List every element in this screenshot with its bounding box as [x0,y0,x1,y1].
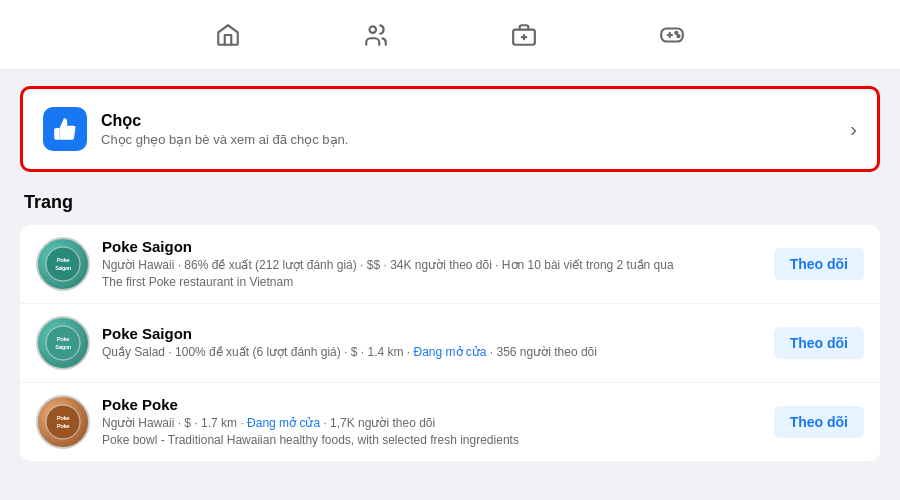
poke-poke-logo: Poke Poke [45,404,81,440]
svg-point-15 [46,405,80,439]
svg-text:Poke: Poke [57,257,71,263]
theo-doi-button-2[interactable]: Theo dõi [774,327,864,359]
trang-section-title: Trang [20,192,880,213]
choc-icon [43,107,87,151]
page-name: Poke Saigon [102,238,762,255]
theo-doi-button-1[interactable]: Theo dõi [774,248,864,280]
svg-text:Saigon: Saigon [55,344,71,350]
page-info: Poke Saigon Quầy Salad · 100% đề xuất (6… [102,325,762,361]
theo-doi-button-3[interactable]: Theo dõi [774,406,864,438]
choc-left: Chọc Chọc ghẹo bạn bè và xem ai đã chọc … [43,107,348,151]
svg-text:Poke: Poke [57,415,71,421]
choc-subtitle: Chọc ghẹo bạn bè và xem ai đã chọc bạn. [101,132,348,147]
open-status: Đang mở cửa [247,416,320,430]
choc-title: Chọc [101,111,348,130]
page-meta: Quầy Salad · 100% đề xuất (6 lượt đánh g… [102,344,762,361]
choc-text: Chọc Chọc ghẹo bạn bè và xem ai đã chọc … [101,111,348,147]
svg-point-12 [46,326,80,360]
page-item: Poke Poke Poke Poke Người Hawaii · $ · 1… [20,383,880,461]
svg-text:Poke: Poke [57,336,71,342]
choc-box[interactable]: Chọc Chọc ghẹo bạn bè và xem ai đã chọc … [20,86,880,172]
page-list: Poke Saigon Poke Saigon Người Hawaii · 8… [20,225,880,461]
page-info: Poke Saigon Người Hawaii · 86% đề xuất (… [102,238,762,291]
page-meta: Người Hawaii · $ · 1.7 km · Đang mở cửa … [102,415,762,449]
svg-text:Saigon: Saigon [55,265,71,271]
nav-gaming[interactable] [648,11,696,59]
page-info: Poke Poke Người Hawaii · $ · 1.7 km · Đa… [102,396,762,449]
nav-home[interactable] [204,11,252,59]
main-content: Chọc Chọc ghẹo bạn bè và xem ai đã chọc … [0,70,900,500]
svg-point-8 [677,35,679,37]
poke-saigon-logo-1: Poke Saigon [45,246,81,282]
poke-saigon-logo-2: Poke Saigon [45,325,81,361]
svg-point-7 [675,31,677,33]
page-avatar: Poke Saigon [36,316,90,370]
page-item: Poke Saigon Poke Saigon Quầy Salad · 100… [20,304,880,383]
page-item: Poke Saigon Poke Saigon Người Hawaii · 8… [20,225,880,304]
choc-chevron-icon: › [850,118,857,141]
open-status: Đang mở cửa [413,345,486,359]
page-avatar: Poke Poke [36,395,90,449]
page-name: Poke Saigon [102,325,762,342]
poke-icon [52,116,78,142]
top-navigation [0,0,900,70]
page-avatar: Poke Saigon [36,237,90,291]
nav-friends[interactable] [352,11,400,59]
page-name: Poke Poke [102,396,762,413]
page-meta: Người Hawaii · 86% đề xuất (212 lượt đán… [102,257,762,291]
svg-text:Poke: Poke [57,423,71,429]
nav-marketplace[interactable] [500,11,548,59]
svg-point-9 [46,247,80,281]
svg-point-0 [370,26,377,32]
